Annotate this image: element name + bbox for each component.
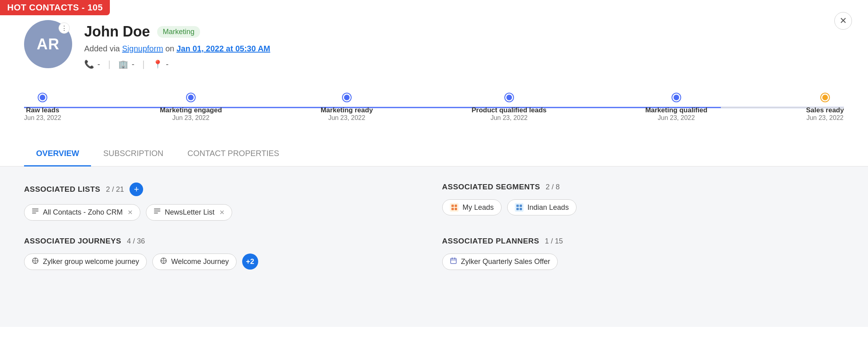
- timeline-node-marketing-qualified: Marketing qualified Jun 23, 2022: [645, 93, 707, 122]
- associated-lists-count: 2 / 21: [106, 185, 124, 194]
- timeline-dot-marketing-qualified: [672, 93, 680, 101]
- company-value: -: [132, 60, 134, 69]
- associated-lists-block: ASSOCIATED LISTS 2 / 21 + All Contacts -…: [24, 183, 426, 221]
- timeline-label-raw: Raw leads: [26, 106, 59, 114]
- svg-rect-28: [454, 258, 455, 259]
- associated-segments-title: ASSOCIATED SEGMENTS 2 / 8: [442, 183, 844, 191]
- company-item: 🏢 -: [118, 59, 134, 69]
- timeline-label-engaged: Marketing engaged: [160, 106, 222, 114]
- associated-planners-title: ASSOCIATED PLANNERS 1 / 15: [442, 237, 844, 245]
- associated-planners-tags: Zylker Quarterly Sales Offer: [442, 254, 844, 270]
- svg-rect-6: [451, 205, 454, 207]
- associated-journeys-count: 4 / 36: [127, 237, 145, 245]
- timeline-date-ready: Jun 23, 2022: [328, 114, 366, 122]
- section-row-1: ASSOCIATED LISTS 2 / 21 + All Contacts -…: [24, 183, 844, 221]
- profile-added: Added via Signupform on Jan 01, 2022 at …: [84, 44, 844, 53]
- list-icon-zoho: [32, 208, 39, 217]
- timeline-label-product: Product qualified leads: [471, 106, 546, 114]
- list-label-zoho: All Contacts - Zoho CRM: [43, 208, 123, 217]
- segment-icon-myleads: [450, 203, 459, 212]
- journey-label-zylker: Zylker group welcome journey: [43, 258, 139, 266]
- profile-contact-row: 📞 - | 🏢 - | 📍 -: [84, 59, 844, 69]
- section-row-2: ASSOCIATED JOURNEYS 4 / 36: [24, 237, 844, 270]
- associated-segments-count: 2 / 8: [546, 183, 560, 191]
- avatar-initials: AR: [37, 36, 60, 53]
- svg-rect-12: [516, 208, 519, 210]
- timeline-node-marketing-engaged: Marketing engaged Jun 23, 2022: [160, 93, 222, 122]
- timeline-track: Raw leads Jun 23, 2022 Marketing engaged…: [24, 93, 844, 122]
- profile-section: AR ⋮ John Doe Marketing Added via Signup…: [0, 0, 868, 77]
- list-item-newsletter: NewsLetter List ✕: [146, 204, 232, 221]
- svg-rect-0: [32, 209, 38, 209]
- associated-journeys-block: ASSOCIATED JOURNEYS 4 / 36: [24, 237, 426, 270]
- svg-point-24: [163, 258, 164, 260]
- timeline-dot-marketing-engaged: [187, 93, 195, 101]
- segment-icon-indianleads: [515, 203, 524, 212]
- svg-rect-13: [520, 208, 522, 210]
- planner-label-zylker: Zylker Quarterly Sales Offer: [461, 258, 550, 266]
- tab-subscription[interactable]: SUBSCRIPTION: [91, 142, 175, 166]
- phone-icon: 📞: [84, 59, 94, 69]
- svg-point-22: [161, 260, 162, 262]
- timeline-dot-marketing-ready: [343, 93, 351, 101]
- timeline-date-sales: Jun 23, 2022: [806, 114, 844, 122]
- associated-planners-block: ASSOCIATED PLANNERS 1 / 15 Zylker Quarte…: [442, 237, 844, 270]
- svg-point-25: [163, 262, 164, 264]
- timeline-date-product: Jun 23, 2022: [490, 114, 528, 122]
- list-remove-newsletter[interactable]: ✕: [219, 209, 225, 216]
- journey-icon-zylker: [32, 257, 39, 266]
- planner-icon-zylker: [450, 257, 457, 266]
- tab-contact-properties[interactable]: CONTACT PROPERTIES: [175, 142, 291, 166]
- timeline-label-sales: Sales ready: [806, 106, 844, 114]
- journeys-more-button[interactable]: +2: [242, 254, 258, 270]
- close-button[interactable]: ✕: [834, 12, 852, 30]
- svg-rect-1: [32, 211, 38, 211]
- list-remove-zoho[interactable]: ✕: [127, 209, 133, 216]
- add-list-button[interactable]: +: [129, 183, 143, 196]
- timeline-dot-product-qualified: [505, 93, 513, 101]
- svg-rect-11: [520, 205, 522, 207]
- timeline-section: Raw leads Jun 23, 2022 Marketing engaged…: [0, 77, 868, 142]
- svg-point-17: [37, 260, 38, 262]
- svg-rect-7: [455, 205, 457, 207]
- svg-point-16: [33, 260, 34, 262]
- hot-contacts-badge: HOT CONTACTS - 105: [0, 0, 110, 15]
- associated-segments-label: ASSOCIATED SEGMENTS: [442, 183, 540, 191]
- associated-planners-count: 1 / 15: [545, 237, 563, 245]
- svg-rect-3: [154, 209, 160, 209]
- timeline-dot-sales-ready: [821, 93, 829, 101]
- journey-icon-welcome: [160, 257, 167, 266]
- associated-journeys-label: ASSOCIATED JOURNEYS: [24, 237, 121, 245]
- svg-rect-8: [451, 208, 454, 210]
- associated-journeys-title: ASSOCIATED JOURNEYS 4 / 36: [24, 237, 426, 245]
- svg-point-21: [162, 260, 165, 262]
- journey-label-welcome: Welcome Journey: [171, 258, 229, 266]
- timeline-node-marketing-ready: Marketing ready Jun 23, 2022: [321, 93, 373, 122]
- avatar-menu-button[interactable]: ⋮: [59, 22, 70, 34]
- timeline-date-engaged: Jun 23, 2022: [172, 114, 210, 122]
- timeline-node-product-qualified: Product qualified leads Jun 23, 2022: [471, 93, 546, 122]
- timeline-dot-raw-leads: [38, 93, 47, 101]
- location-value: -: [166, 60, 169, 69]
- content-area: ASSOCIATED LISTS 2 / 21 + All Contacts -…: [0, 166, 868, 327]
- timeline-node-sales-ready: Sales ready Jun 23, 2022: [806, 93, 844, 122]
- tabs-section: OVERVIEW SUBSCRIPTION CONTACT PROPERTIES: [0, 142, 868, 166]
- associated-lists-tags: All Contacts - Zoho CRM ✕ NewsLetter Lis…: [24, 204, 426, 221]
- svg-point-18: [35, 258, 36, 260]
- svg-rect-10: [516, 205, 519, 207]
- svg-rect-26: [451, 258, 456, 264]
- svg-point-15: [34, 260, 36, 262]
- profile-name-row: John Doe Marketing: [84, 23, 844, 40]
- timeline-label-mq: Marketing qualified: [645, 106, 707, 114]
- profile-info: John Doe Marketing Added via Signupform …: [84, 20, 844, 69]
- associated-lists-label: ASSOCIATED LISTS: [24, 185, 100, 194]
- svg-point-19: [35, 262, 36, 264]
- tab-overview[interactable]: OVERVIEW: [24, 142, 91, 166]
- profile-name: John Doe: [84, 23, 150, 40]
- location-icon: 📍: [153, 59, 163, 69]
- segment-label-indianleads: Indian Leads: [528, 203, 569, 212]
- list-label-newsletter: NewsLetter List: [165, 208, 214, 217]
- associated-journeys-tags: Zylker group welcome journey Welco: [24, 254, 426, 270]
- planner-item-zylker: Zylker Quarterly Sales Offer: [442, 254, 558, 270]
- signupform-link[interactable]: Signupform: [122, 44, 163, 53]
